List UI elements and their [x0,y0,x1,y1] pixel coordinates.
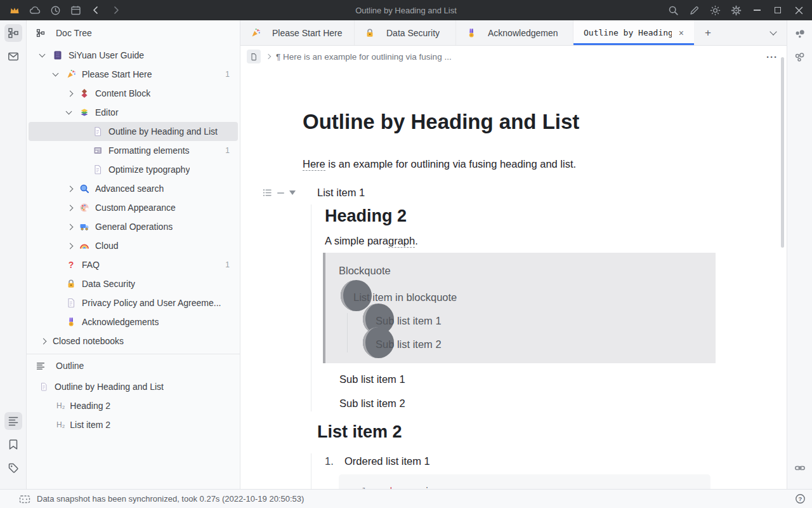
ordered-list-item[interactable]: 1. Ordered list item 1 [325,453,723,469]
outline-item-doc[interactable]: Outline by Heading and List [29,377,238,396]
doc-title[interactable]: Outline by Heading and List [303,109,723,135]
list-item-2[interactable]: List item 2 [303,420,723,443]
tab-bar: Please Start Here Data Security Acknowle… [240,20,787,46]
daily-note-calendar-icon[interactable] [67,2,84,18]
list-item-text[interactable]: Sub list item 2 [339,396,405,411]
tree-item-acknowledgements[interactable]: Acknowledgements [29,312,238,331]
breadcrumb-chevron-icon [266,54,271,59]
forward-icon[interactable] [108,2,124,18]
tab-data-security[interactable]: Data Security [355,20,456,45]
chevron-down-icon[interactable] [37,46,53,65]
h2-marker: H₂ [56,420,65,429]
code-block[interactable]: 1package main [339,474,710,489]
tree-item-data-security[interactable]: Data Security [29,274,238,293]
backlinks-icon[interactable] [791,459,809,477]
list-item-1-children: Heading 2 A simple paragraph. Blockquote… [311,204,723,411]
breadcrumb-more-icon[interactable]: ··· [766,51,778,62]
blockquote-sub-item[interactable]: Sub list item 1 [361,313,700,329]
tab-label: Outline by Heading ar [584,28,672,37]
chevron-right-icon[interactable] [64,236,79,255]
chevron-right-icon[interactable] [64,179,79,198]
tab-acknowledgements[interactable]: Acknowledgemen [456,20,573,45]
crown-icon[interactable] [6,2,23,18]
global-graph-icon[interactable] [791,49,809,67]
tab-list-chevron-icon[interactable] [760,20,787,45]
tree-item-outline-by-heading-and-list[interactable]: Outline by Heading and List [29,122,238,141]
tree-item-cloud[interactable]: Cloud [29,236,238,255]
outline-item-list-item-2[interactable]: H₂ List item 2 [29,415,238,434]
search-icon[interactable] [665,2,681,18]
blockquote-sub-item[interactable]: Sub list item 2 [361,337,700,352]
blockquote[interactable]: Blockquote List item in blockquote Sub l… [323,253,716,363]
breadcrumb-doc-icon[interactable] [247,50,261,64]
sub-list-item-1[interactable]: Sub list item 1 [325,371,723,387]
list-item-text[interactable]: Sub list item 2 [376,337,442,352]
chevron-right-icon[interactable] [37,331,53,351]
block-ref-link[interactable]: Here [303,158,325,171]
chevron-right-icon[interactable] [64,84,79,103]
graph-icon[interactable] [791,25,809,43]
tab-close-icon[interactable]: × [679,28,684,38]
theme-sun-icon[interactable] [707,2,723,18]
list-item-text[interactable]: Sub list item 1 [339,371,405,387]
chevron-down-icon[interactable] [64,103,79,122]
sub-list-item-2[interactable]: Sub list item 2 [325,396,723,411]
tree-item-advanced-search[interactable]: Advanced search [29,179,238,198]
tab-please-start-here[interactable]: Please Start Here [240,20,355,45]
close-icon[interactable] [790,2,807,18]
tree-item-content-block[interactable]: Content Block [29,84,238,103]
tab-outline-by-heading-and-list[interactable]: Outline by Heading ar × [573,20,694,45]
list-item-text[interactable]: Sub list item 1 [376,313,442,329]
blockquote-text[interactable]: Blockquote [339,262,700,279]
list-item-text[interactable]: Ordered list item 1 [344,453,430,469]
back-icon[interactable] [88,2,104,18]
tree-item-editor[interactable]: Editor [29,103,238,122]
tree-item-formatting-elements[interactable]: Formatting elements 1 [29,141,238,160]
tree-item-faq[interactable]: ? FAQ 1 [29,255,238,274]
list-item-text[interactable]: List item in blockquote [353,290,457,305]
outline-icon [36,361,46,371]
list-item-1[interactable]: List item 1 [303,185,723,201]
list-item-text[interactable]: List item 1 [317,185,365,201]
list-gutter-icon[interactable] [263,188,272,197]
editor-content[interactable]: Outline by Heading and List Here is an e… [240,67,787,489]
minimize-icon[interactable] [749,2,765,18]
tree-item-optimize-typography[interactable]: Optimize typography [29,160,238,179]
tree-item-siyuan-user-guide[interactable]: SiYuan User Guide [29,46,238,65]
sync-cloud-icon[interactable] [27,2,43,18]
breadcrumb-path[interactable]: ¶ Here is an example for outlining via f… [276,52,762,62]
collapse-arrow-icon[interactable] [289,190,296,195]
tree-item-custom-appearance[interactable]: Custom Appearance [29,198,238,217]
bullet [361,313,376,329]
tab-label: Acknowledgemen [488,28,558,38]
heading-2[interactable]: Heading 2 [325,204,723,227]
history-icon[interactable] [47,2,63,18]
tag-icon[interactable] [4,459,22,477]
maximize-icon[interactable] [769,2,786,18]
doc-tree-dock-icon[interactable] [4,24,22,42]
tree-item-label: Editor [95,107,119,117]
tree-item-general-operations[interactable]: General Operations [29,217,238,236]
help-icon[interactable]: ? [795,493,806,504]
editor-scrollbar[interactable] [781,57,784,248]
tree-item-count: 1 [225,146,238,155]
tree-item-privacy-policy[interactable]: Privacy Policy and User Agreeme... [29,293,238,312]
simple-paragraph[interactable]: A simple paragraph. [325,233,723,249]
new-tab-button[interactable]: + [694,20,722,45]
settings-gear-icon[interactable] [728,2,744,18]
chevron-right-icon[interactable] [64,217,79,236]
chevron-right-icon[interactable] [64,198,79,217]
block-ref-link[interactable]: graph [388,235,415,248]
outline-item-heading-2[interactable]: H₂ Heading 2 [29,396,238,415]
blockquote-list-item[interactable]: List item in blockquote [339,290,700,305]
edit-pencil-icon[interactable] [686,2,702,18]
chevron-down-icon[interactable] [51,65,66,84]
tree-item-closed-notebooks[interactable]: Closed notebooks [29,331,238,351]
bookmark-icon[interactable] [4,436,22,453]
tree-item-please-start-here[interactable]: Please Start Here 1 [29,65,238,84]
intro-paragraph[interactable]: Here is an example for outlining via fus… [303,156,723,172]
list-item-heading-text[interactable]: List item 2 [317,420,402,443]
list-item-gutter-icon[interactable] [277,192,284,194]
outline-dock-icon[interactable] [4,412,22,430]
inbox-icon[interactable] [4,48,22,65]
